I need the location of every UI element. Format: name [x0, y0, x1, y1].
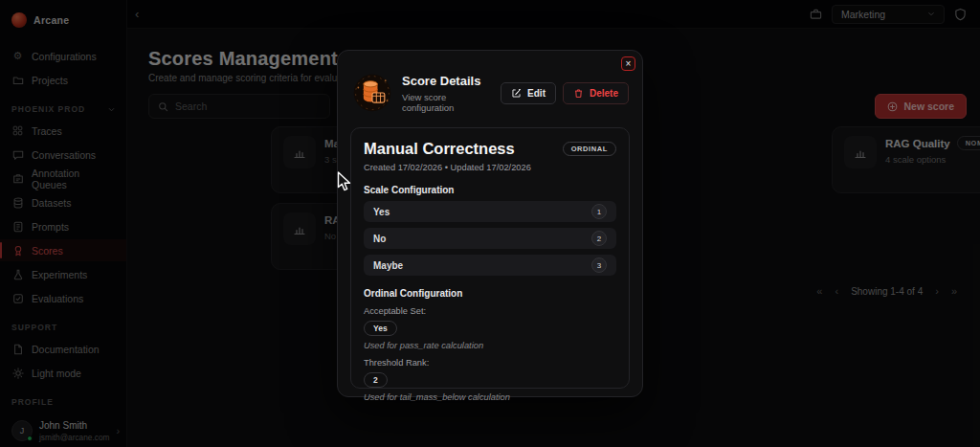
scale-option-label: No: [373, 234, 386, 244]
scale-option-label: Yes: [373, 207, 390, 217]
close-button[interactable]: ×: [621, 56, 635, 71]
threshold-rank-label: Threshold Rank:: [364, 358, 616, 368]
modal-subtitle: View score configuration: [402, 92, 492, 113]
scale-option-row: No 2: [364, 228, 616, 249]
acceptable-set-value: Yes: [364, 321, 397, 336]
edit-button[interactable]: Edit: [501, 82, 556, 104]
score-database-icon: [351, 72, 393, 114]
scale-rank-badge: 1: [591, 204, 607, 219]
acceptable-set-label: Acceptable Set:: [364, 306, 616, 316]
score-details-panel: Manual Correctness ORDINAL Created 17/02…: [350, 127, 630, 389]
delete-button[interactable]: Delete: [563, 82, 629, 104]
edit-square-icon: [511, 88, 522, 99]
score-dates: Created 17/02/2026 • Updated 17/02/2026: [364, 163, 616, 172]
scale-option-row: Yes 1: [364, 201, 616, 222]
scale-option-label: Maybe: [373, 260, 403, 271]
threshold-rank-note: Used for tail_mass_below calculation: [364, 392, 616, 402]
ordinal-configuration-heading: Ordinal Configuration: [364, 288, 616, 299]
score-details-modal: × Score Details View score configurati: [337, 50, 643, 397]
threshold-rank-value: 2: [364, 372, 388, 388]
scale-option-row: Maybe 3: [364, 255, 616, 276]
trash-icon: [573, 88, 584, 99]
scale-rank-badge: 3: [591, 257, 607, 273]
modal-title: Score Details: [402, 74, 492, 88]
score-type-badge: ORDINAL: [563, 142, 616, 156]
score-name: Manual Correctness: [364, 140, 515, 158]
scale-rank-badge: 2: [591, 231, 607, 246]
acceptable-set-note: Used for pass_rate calculation: [364, 341, 616, 350]
scale-configuration-heading: Scale Configuration: [364, 185, 616, 195]
